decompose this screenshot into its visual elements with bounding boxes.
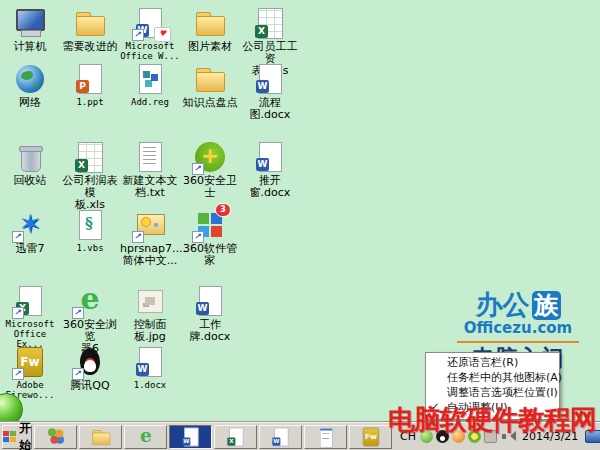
- word-icon: [180, 426, 201, 447]
- desktop-icon-network[interactable]: 网络: [0, 62, 60, 121]
- word-icon: [193, 284, 227, 318]
- icon-label: 公司利润表模 板.xls: [60, 175, 120, 211]
- task-buttons: [34, 425, 394, 449]
- word-icon: [270, 426, 291, 447]
- desktop-icon-new-text-document-txt[interactable]: 新建文本文 档.txt: [120, 140, 180, 211]
- ppt-icon: [73, 62, 107, 96]
- desktop-icon-vbs-file-1[interactable]: 1.vbs: [60, 208, 120, 267]
- icon-label: Microsoft Office W...: [120, 41, 180, 61]
- desktop-icon-company-profit-template-xls[interactable]: 公司利润表模 板.xls: [60, 140, 120, 211]
- desktop-icon-hprsnap7[interactable]: hprsnap7.... 简体中文...: [120, 208, 180, 267]
- b360-icon: [73, 284, 107, 318]
- icon-row: 网络1.pptAdd.reg知识点盘点流程图.docx: [0, 62, 308, 121]
- shortcut-arrow-icon: [12, 368, 24, 380]
- desktop-icon-360-software-manager[interactable]: 3360软件管家: [180, 208, 240, 267]
- icon-label: 1.ppt: [60, 97, 120, 107]
- desktop-icon-tuikaichuang-docx[interactable]: 推开窗.docx: [240, 140, 300, 211]
- icon-label: 新建文本文 档.txt: [120, 175, 180, 199]
- fw-icon: [13, 345, 47, 379]
- sheet-icon: [253, 6, 287, 40]
- desktop-icon-docx-file-1[interactable]: 1.docx: [120, 345, 180, 400]
- desktop-icon-add-reg[interactable]: Add.reg: [120, 62, 180, 121]
- taskbar-button-word-doc-window[interactable]: [259, 425, 302, 449]
- icon-label: 推开窗.docx: [240, 175, 300, 199]
- shortcut-arrow-icon: [132, 231, 144, 243]
- icon-label: 回收站: [0, 175, 60, 187]
- folder-icon: [90, 426, 111, 447]
- start-label: 开始: [19, 420, 31, 450]
- notepad-icon: [315, 426, 336, 447]
- shortcut-arrow-icon: [12, 307, 24, 319]
- desktop-icon-folder-knowledge-points[interactable]: 知识点盘点: [180, 62, 240, 121]
- icon-label: 工作牌.docx: [180, 319, 240, 343]
- excel-icon: [13, 284, 47, 318]
- start-button[interactable]: 开始: [2, 425, 32, 449]
- folder-icon: [193, 62, 227, 96]
- folder-icon: [193, 6, 227, 40]
- s360-icon: [193, 140, 227, 174]
- word-icon: [253, 62, 287, 96]
- folder-icon: [73, 6, 107, 40]
- icon-label: 360安全卫士: [180, 175, 240, 199]
- brand-domain: Officezu.com: [447, 320, 589, 337]
- brand-line: 办公族: [447, 290, 589, 320]
- word-icon: [133, 6, 167, 40]
- desktop-icon-flowchart-docx[interactable]: 流程图.docx: [240, 62, 300, 121]
- reg-icon: [133, 62, 167, 96]
- icon-row: 回收站公司利润表模 板.xls新建文本文 档.txt360安全卫士推开窗.doc…: [0, 140, 308, 211]
- icon-label: 迅雷7: [0, 243, 60, 255]
- shortcut-arrow-icon: [192, 231, 204, 243]
- fw-icon: [360, 426, 381, 447]
- icon-label: 控制面板.jpg: [120, 319, 180, 343]
- shortcut-arrow-icon: [72, 307, 84, 319]
- shortcut-arrow-icon: [192, 163, 204, 175]
- desktop-icon-360-safe-guard[interactable]: 360安全卫士: [180, 140, 240, 211]
- icon-label: 腾讯QQ: [60, 380, 120, 392]
- icon-label: 需要改进的: [60, 41, 120, 53]
- menu-item[interactable]: 任务栏中的其他图标(A): [426, 371, 559, 386]
- shortcut-arrow-icon: [72, 368, 84, 380]
- snap-icon: [133, 208, 167, 242]
- taskbar-button-fireworks-window[interactable]: [349, 425, 392, 449]
- taskbar-button-360-browser-window[interactable]: [124, 425, 167, 449]
- icon-label: hprsnap7.... 简体中文...: [120, 243, 180, 267]
- icon-label: 知识点盘点: [180, 97, 240, 109]
- desktop-icon-ppt-file-1[interactable]: 1.ppt: [60, 62, 120, 121]
- word-icon: [133, 345, 167, 379]
- sheet-icon: [73, 140, 107, 174]
- brand-badge: 族: [532, 291, 561, 320]
- taskbar-button-excel-window[interactable]: [214, 425, 257, 449]
- taskbar-button-notepad-window[interactable]: [304, 425, 347, 449]
- icon-label: 计算机: [0, 41, 60, 53]
- shortcut-arrow-icon: [12, 231, 24, 243]
- menu-item[interactable]: 还原语言栏(R): [426, 356, 559, 371]
- globe-icon: [13, 62, 47, 96]
- icon-label: 360软件管家: [180, 243, 240, 267]
- desktop-icon-recycle-bin[interactable]: 回收站: [0, 140, 60, 211]
- word-icon: [253, 140, 287, 174]
- computer-icon: [13, 6, 47, 40]
- desktop-icon-tencent-qq[interactable]: 腾讯QQ: [60, 345, 120, 400]
- taskbar-button-folder-window[interactable]: [79, 425, 122, 449]
- vbs-icon: [73, 208, 107, 242]
- tshirt-overlay-icon: [154, 27, 171, 42]
- menu-item-label: 调整语言选项栏位置(I): [447, 386, 558, 399]
- brand-text: 办公: [476, 290, 530, 320]
- update-count-badge: 3: [215, 203, 231, 217]
- red-watermark: 电脑软硬件教程网: [388, 405, 596, 435]
- excel-icon: [225, 426, 246, 447]
- desktop-icon-thunder-7[interactable]: 迅雷7: [0, 208, 60, 267]
- recycle-icon: [13, 140, 47, 174]
- brand-rule: [457, 341, 579, 343]
- desktop-icon-adobe-fireworks[interactable]: Adobe Firewo...: [0, 345, 60, 400]
- icon-label: 图片素材: [180, 41, 240, 53]
- qq-icon: [73, 345, 107, 379]
- taskbar-button-color-balls-app[interactable]: [34, 425, 77, 449]
- jpg-icon: [133, 284, 167, 318]
- b360-icon: [135, 426, 156, 447]
- taskbar-button-word-window[interactable]: [169, 425, 212, 449]
- icon-label: 流程图.docx: [240, 97, 300, 121]
- icon-label: 1.vbs: [60, 243, 120, 253]
- windows-logo-icon: [3, 431, 16, 443]
- menu-item[interactable]: 调整语言选项栏位置(I): [426, 386, 559, 401]
